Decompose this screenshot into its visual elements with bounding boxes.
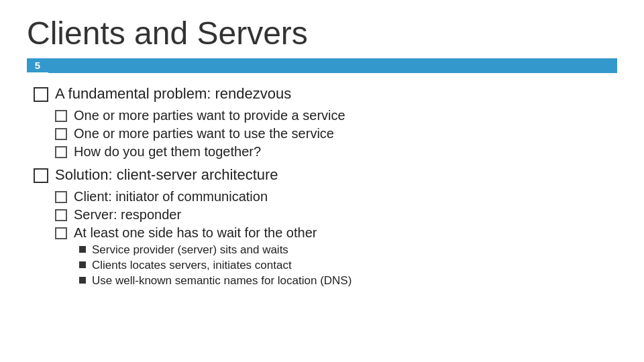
- bullet2: Solution: client-server architecture: [34, 166, 617, 184]
- bullet2-sub3-sub1-text: Service provider (server) sits and waits: [92, 243, 288, 257]
- bullet1-sub3: How do you get them together?: [55, 144, 617, 160]
- bullet1-sub-list: One or more parties want to provide a se…: [34, 108, 617, 160]
- bullet2-marker: [34, 168, 48, 183]
- bullet2-sub-list: Client: initiator of communication Serve…: [34, 189, 617, 288]
- bullet1-sub1: One or more parties want to provide a se…: [55, 108, 617, 123]
- bullet1-group: A fundamental problem: rendezvous One or…: [34, 85, 617, 160]
- bullet2-sub3-sub2-marker: [79, 261, 86, 268]
- bullet1-sub2: One or more parties want to use the serv…: [55, 126, 617, 141]
- slide: Clients and Servers 5 A fundamental prob…: [0, 0, 644, 362]
- blue-bar: [48, 58, 617, 73]
- bullet2-sub3-sub3-text: Use well-known semantic names for locati…: [92, 274, 352, 288]
- bullet2-sub2-marker: [55, 209, 67, 221]
- bullet1: A fundamental problem: rendezvous: [34, 85, 617, 103]
- bullet2-sub3-sub1-marker: [79, 246, 86, 253]
- bullet1-sub2-marker: [55, 128, 67, 140]
- bullet1-marker: [34, 87, 48, 102]
- bullet2-sub3-sub2: Clients locates servers, initiates conta…: [79, 259, 617, 272]
- bullet1-sub2-text: One or more parties want to use the serv…: [74, 126, 334, 141]
- bullet2-text: Solution: client-server architecture: [55, 166, 278, 184]
- bullet1-sub3-marker: [55, 146, 67, 158]
- bullet2-sub3-sub-list: Service provider (server) sits and waits…: [55, 243, 617, 288]
- bullet2-sub1-marker: [55, 191, 67, 203]
- slide-number-bar: 5: [27, 58, 617, 73]
- bullet2-group: Solution: client-server architecture Cli…: [34, 166, 617, 288]
- slide-number: 5: [27, 58, 48, 72]
- slide-title: Clients and Servers: [27, 16, 617, 52]
- bullet2-sub2: Server: responder: [55, 207, 617, 223]
- bullet1-text: A fundamental problem: rendezvous: [55, 85, 291, 103]
- bullet2-sub3-sub3: Use well-known semantic names for locati…: [79, 274, 617, 288]
- bullet2-sub3-sub3-marker: [79, 277, 86, 284]
- bullet2-sub3-sub1: Service provider (server) sits and waits: [79, 243, 617, 257]
- bullet2-sub1-text: Client: initiator of communication: [74, 189, 268, 204]
- bullet2-sub1: Client: initiator of communication: [55, 189, 617, 204]
- bullet1-sub1-text: One or more parties want to provide a se…: [74, 108, 345, 123]
- bullet1-sub1-marker: [55, 110, 67, 122]
- bullet2-sub3-text: At least one side has to wait for the ot…: [74, 225, 317, 241]
- slide-content: A fundamental problem: rendezvous One or…: [27, 85, 617, 288]
- bullet2-sub3-sub2-text: Clients locates servers, initiates conta…: [92, 259, 292, 272]
- bullet2-sub3: At least one side has to wait for the ot…: [55, 225, 617, 241]
- bullet2-sub2-text: Server: responder: [74, 207, 181, 223]
- bullet2-sub3-group: At least one side has to wait for the ot…: [55, 225, 617, 288]
- bullet1-sub3-text: How do you get them together?: [74, 144, 261, 160]
- bullet2-sub3-marker: [55, 227, 67, 239]
